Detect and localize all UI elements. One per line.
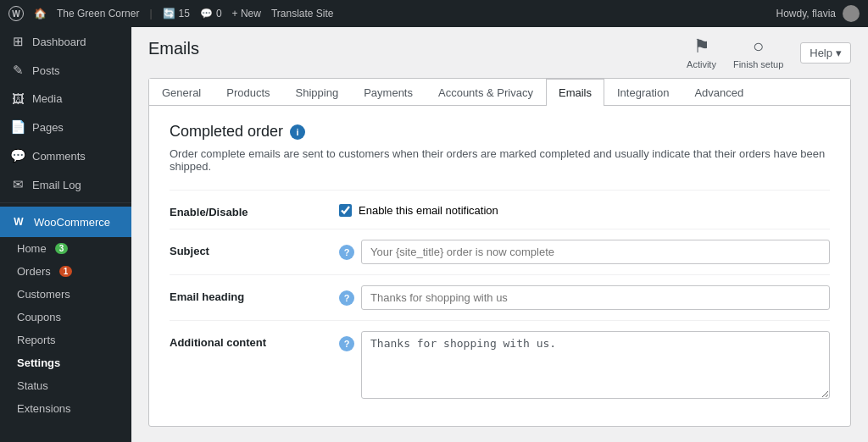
pages-label: Pages <box>32 121 64 134</box>
home-badge: 3 <box>55 243 69 254</box>
email-heading-input[interactable] <box>361 285 830 310</box>
svg-text:W: W <box>12 9 20 19</box>
settings-panel: General Products Shipping Payments Accou… <box>148 78 851 427</box>
tab-products[interactable]: Products <box>214 79 282 106</box>
admin-bar: W 🏠 The Green Corner | 🔄 15 💬 0 + New Tr… <box>0 0 868 27</box>
form-row-enable: Enable/Disable Enable this email notific… <box>170 190 830 229</box>
status-label: Status <box>17 379 48 392</box>
sidebar-item-settings[interactable]: Settings <box>0 351 131 374</box>
page-title: Emails <box>148 39 199 58</box>
posts-label: Posts <box>32 64 60 77</box>
wp-logo-icon: W <box>8 6 24 21</box>
tab-emails[interactable]: Emails <box>546 79 604 106</box>
howdy-link[interactable]: Howdy, flavia <box>776 8 836 19</box>
sidebar-item-comments[interactable]: 💬 Comments <box>0 141 131 170</box>
tab-integration[interactable]: Integration <box>604 79 682 106</box>
sidebar-item-extensions[interactable]: Extensions <box>0 397 131 420</box>
form-row-additional-content: Additional content ? Thanks for shopping… <box>170 320 830 409</box>
coupons-label: Coupons <box>17 311 61 323</box>
settings-label: Settings <box>17 356 60 369</box>
sidebar-item-posts[interactable]: ✎ Posts <box>0 56 131 85</box>
tab-accounts-privacy[interactable]: Accounts & Privacy <box>426 79 546 106</box>
subject-input[interactable] <box>361 240 830 264</box>
content-topbar: Emails ⚑ Activity ○ Finish setup Help ▾ <box>131 27 868 69</box>
translate-link[interactable]: Translate Site <box>271 8 334 19</box>
form-row-email-heading: Email heading ? <box>170 274 830 320</box>
site-name-link[interactable]: The Green Corner <box>57 8 139 19</box>
customers-label: Customers <box>17 288 70 301</box>
sidebar-separator <box>0 202 131 203</box>
info-icon[interactable]: i <box>290 124 305 140</box>
tab-shipping[interactable]: Shipping <box>283 79 352 106</box>
new-label: + New <box>232 8 261 19</box>
sidebar-item-email-log[interactable]: ✉ Email Log <box>0 170 131 199</box>
translate-label: Translate Site <box>271 8 334 19</box>
sidebar-item-orders[interactable]: Orders 1 <box>0 260 131 283</box>
email-log-label: Email Log <box>32 179 81 191</box>
sidebar: ⊞ Dashboard ✎ Posts 🖼 Media 📄 Pages 💬 Co… <box>0 27 131 442</box>
woocommerce-nav-header[interactable]: W WooCommerce <box>0 207 131 237</box>
help-chevron-icon: ▾ <box>836 47 842 59</box>
site-name: The Green Corner <box>57 8 139 19</box>
comments-nav-label: Comments <box>32 150 86 163</box>
finish-setup-label: Finish setup <box>733 59 783 69</box>
additional-content-help-icon[interactable]: ? <box>339 336 354 351</box>
orders-badge: 1 <box>59 266 73 277</box>
orders-label: Orders <box>17 265 51 278</box>
sidebar-item-reports[interactable]: Reports <box>0 329 131 351</box>
help-button[interactable]: Help ▾ <box>800 42 851 64</box>
activity-label: Activity <box>687 59 716 69</box>
additional-content-textarea[interactable]: Thanks for shopping with us. <box>361 331 830 399</box>
subject-control: ? <box>339 240 830 264</box>
avatar <box>843 5 860 22</box>
home-sub-label: Home <box>17 242 47 255</box>
section-description: Order complete emails are sent to custom… <box>170 147 830 173</box>
admin-bar-right: Howdy, flavia <box>776 5 860 22</box>
comments-link[interactable]: 💬 0 <box>200 8 222 19</box>
sidebar-item-home[interactable]: Home 3 <box>0 237 131 260</box>
comment-count: 0 <box>216 8 222 19</box>
content-area: Emails ⚑ Activity ○ Finish setup Help ▾ <box>131 27 868 442</box>
email-heading-control: ? <box>339 285 830 310</box>
sidebar-item-customers[interactable]: Customers <box>0 283 131 306</box>
form-row-subject: Subject ? <box>170 229 830 274</box>
sidebar-item-dashboard[interactable]: ⊞ Dashboard <box>0 27 131 56</box>
tab-general[interactable]: General <box>149 79 214 106</box>
woocommerce-label: WooCommerce <box>34 216 110 229</box>
sidebar-item-status[interactable]: Status <box>0 374 131 397</box>
dashboard-icon: ⊞ <box>10 34 25 49</box>
finish-setup-icon: ○ <box>753 36 764 58</box>
pages-icon: 📄 <box>10 119 25 135</box>
settings-body: Completed order i Order complete emails … <box>149 106 850 426</box>
dashboard-label: Dashboard <box>32 36 86 48</box>
updates-link[interactable]: 🔄 15 <box>163 8 190 19</box>
extensions-label: Extensions <box>17 402 71 415</box>
tab-payments[interactable]: Payments <box>351 79 426 106</box>
enable-control: Enable this email notification <box>339 201 830 217</box>
comments-icon: 💬 <box>200 8 213 19</box>
finish-setup-button[interactable]: ○ Finish setup <box>733 36 783 69</box>
sidebar-item-pages[interactable]: 📄 Pages <box>0 113 131 141</box>
tab-advanced[interactable]: Advanced <box>682 79 756 106</box>
new-link[interactable]: + New <box>232 8 261 19</box>
activity-button[interactable]: ⚑ Activity <box>687 36 716 69</box>
wp-logo-link[interactable]: W <box>8 6 24 21</box>
enable-checkbox-text: Enable this email notification <box>359 204 498 217</box>
woocommerce-icon: W <box>10 213 27 230</box>
email-heading-help-icon[interactable]: ? <box>339 290 354 306</box>
home-icon-link[interactable]: 🏠 <box>34 8 47 19</box>
media-label: Media <box>32 92 62 105</box>
help-label: Help <box>810 47 832 59</box>
enable-checkbox[interactable] <box>339 204 352 217</box>
sidebar-item-media[interactable]: 🖼 Media <box>0 85 131 113</box>
email-heading-label: Email heading <box>170 285 339 303</box>
section-heading: Completed order <box>170 123 283 141</box>
enable-label: Enable/Disable <box>170 201 339 218</box>
howdy-label: Howdy, flavia <box>776 8 836 19</box>
subject-help-icon[interactable]: ? <box>339 245 354 260</box>
updates-icon: 🔄 <box>163 8 175 19</box>
media-icon: 🖼 <box>10 91 25 106</box>
enable-checkbox-label[interactable]: Enable this email notification <box>339 201 498 217</box>
sidebar-item-coupons[interactable]: Coupons <box>0 306 131 329</box>
comments-nav-icon: 💬 <box>10 148 25 163</box>
